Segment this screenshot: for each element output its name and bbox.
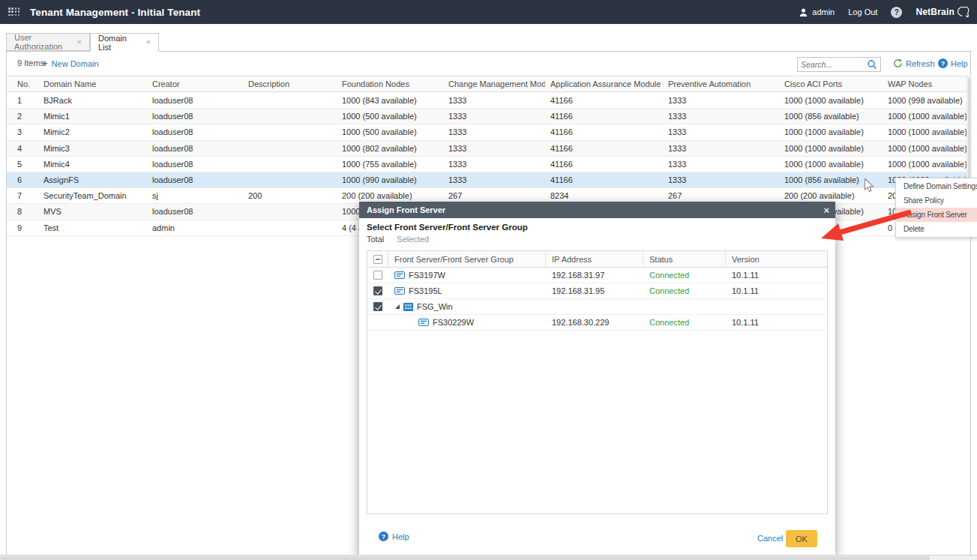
tab-strip: User Authorization × Domain List × (0, 33, 977, 52)
items-count: 9 Items (17, 58, 44, 67)
search-icon[interactable] (867, 59, 877, 70)
header-col-application-assurance: Application Assurance Module (545, 76, 663, 91)
cell-no: 7 (7, 188, 38, 203)
tab-close-icon[interactable]: × (77, 38, 82, 46)
filter-tab-selected[interactable]: Selected (397, 235, 429, 244)
cell-creator: loaduser08 (147, 204, 243, 219)
context-menu-item[interactable]: Define Domain Settings (896, 179, 977, 193)
front-server-icon (394, 271, 405, 279)
cell-change-management: 1333 (443, 93, 545, 108)
cell-preventive-automation: 1333 (663, 124, 779, 139)
tab-user-authorization[interactable]: User Authorization × (6, 33, 90, 51)
cell-no: 5 (7, 157, 38, 172)
table-row[interactable]: 4Mimic3loaduser081000 (802 available)133… (7, 141, 970, 157)
dialog-heading: Select Front Server/Front Server Group (367, 223, 528, 232)
cell-no: 3 (7, 124, 38, 139)
tree-expand-icon[interactable] (394, 304, 400, 310)
filter-tab-total[interactable]: Total (367, 235, 384, 244)
cell-cisco-aci-ports: 1000 (1000 available) (779, 124, 883, 139)
cell-ip (546, 299, 643, 314)
context-menu-item[interactable]: Assign Front Server (896, 208, 977, 222)
cell-change-management: 1333 (443, 141, 545, 156)
cell-name: FS3197W (388, 268, 546, 283)
cell-no: 2 (7, 109, 38, 124)
table-row[interactable]: 3Mimic2loaduser081000 (500 available)133… (7, 124, 970, 140)
row-checkbox[interactable] (373, 302, 382, 311)
ok-button[interactable]: OK (786, 530, 817, 547)
help-button[interactable]: ? Help (938, 58, 968, 68)
app-grid-icon[interactable] (8, 7, 19, 16)
table-row[interactable]: 5Mimic4loaduser081000 (755 available)133… (7, 157, 970, 172)
cell-description (243, 109, 337, 124)
cell-domain-name: Mimic1 (38, 109, 147, 124)
cell-foundation-nodes: 1000 (500 available) (337, 124, 443, 139)
cell-select (367, 315, 388, 330)
dialog-help-link[interactable]: ? Help (379, 532, 409, 541)
cell-preventive-automation: 1333 (663, 172, 779, 187)
cell-cisco-aci-ports: 1000 (1000 available) (779, 93, 883, 108)
row-checkbox[interactable] (373, 286, 382, 295)
tab-domain-list[interactable]: Domain List × (90, 33, 159, 52)
front-server-row[interactable]: FS3195L192.168.31.95Connected10.1.11 (367, 283, 827, 299)
header-col-wap-nodes: WAP Nodes (883, 76, 972, 91)
cell-creator: loaduser08 (147, 109, 243, 124)
cell-description (243, 204, 337, 219)
horizontal-scrollbar[interactable] (0, 555, 977, 560)
select-all-checkbox[interactable] (373, 255, 382, 264)
table-row[interactable]: 1BJRackloaduser081000 (843 available)133… (7, 93, 970, 109)
tab-label: User Authorization (14, 33, 70, 51)
header-col-3: Status (643, 251, 726, 267)
cell-wap-nodes: 1000 (1000 available) (883, 109, 972, 124)
cell-wap-nodes: 1000 (1000 available) (883, 157, 972, 172)
cell-creator: admin (147, 220, 243, 235)
top-bar: Tenant Management - Initial Tenant admin… (0, 0, 977, 24)
header-col-preventive-automation: Preventive Automation (663, 76, 779, 91)
header-col-change-management: Change Management Module (443, 76, 545, 91)
row-checkbox[interactable] (373, 271, 382, 280)
cell-name: FS3195L (388, 283, 546, 298)
cell-name: FS30229W (388, 315, 546, 330)
front-server-name: FSG_Win (417, 302, 453, 311)
cell-preventive-automation: 1333 (663, 109, 779, 124)
table-row[interactable]: 6AssignFSloaduser081000 (990 available)1… (7, 172, 970, 188)
user-menu[interactable]: admin (799, 7, 835, 17)
front-server-child-row[interactable]: FS30229W192.168.30.229Connected10.1.11 (367, 315, 827, 331)
cell-description (243, 124, 337, 139)
cell-no: 1 (7, 93, 38, 108)
context-menu-item[interactable]: Share Policy (896, 193, 977, 208)
page-title: Tenant Management - Initial Tenant (30, 7, 200, 18)
help-icon-topbar[interactable]: ? (891, 7, 902, 18)
cell-ip: 192.168.30.229 (546, 315, 643, 330)
cell-creator: loaduser08 (147, 157, 243, 172)
cell-change-management: 1333 (443, 172, 545, 187)
cell-foundation-nodes: 1000 (802 available) (337, 141, 443, 156)
cell-domain-name: AssignFS (38, 172, 147, 187)
user-icon (799, 7, 808, 17)
cell-domain-name: Mimic3 (38, 141, 147, 156)
header-select-all (367, 251, 388, 267)
search-input[interactable] (798, 60, 867, 69)
new-domain-button[interactable]: + New Domain (42, 58, 99, 68)
header-col-foundation-nodes: Foundation Nodes (337, 76, 443, 91)
cell-application-assurance: 41166 (545, 93, 663, 108)
cell-change-management: 1333 (443, 109, 545, 124)
cell-wap-nodes: 1000 (1000 available) (883, 141, 972, 156)
front-server-table-body: FS3197W192.168.31.97Connected10.1.11FS31… (367, 268, 827, 331)
refresh-button[interactable]: Refresh (893, 58, 935, 68)
context-menu-item[interactable]: Delete (896, 222, 977, 236)
filter-tabs: Total Selected (367, 235, 429, 244)
front-server-icon (394, 287, 405, 295)
cell-no: 9 (7, 220, 38, 235)
cell-cisco-aci-ports: 1000 (856 available) (779, 172, 883, 187)
dialog-close-icon[interactable]: × (823, 202, 829, 218)
front-server-row[interactable]: FSG_Win (367, 299, 827, 315)
cell-version (726, 299, 829, 314)
tab-close-icon[interactable]: × (146, 38, 151, 46)
front-server-row[interactable]: FS3197W192.168.31.97Connected10.1.11 (367, 268, 827, 283)
cell-status: Connected (643, 315, 726, 330)
table-row[interactable]: 2Mimic1loaduser081000 (500 available)133… (7, 109, 970, 124)
cell-preventive-automation: 1333 (663, 157, 779, 172)
logout-link[interactable]: Log Out (848, 7, 877, 16)
help-icon: ? (379, 532, 388, 541)
cancel-button[interactable]: Cancel (757, 534, 783, 543)
